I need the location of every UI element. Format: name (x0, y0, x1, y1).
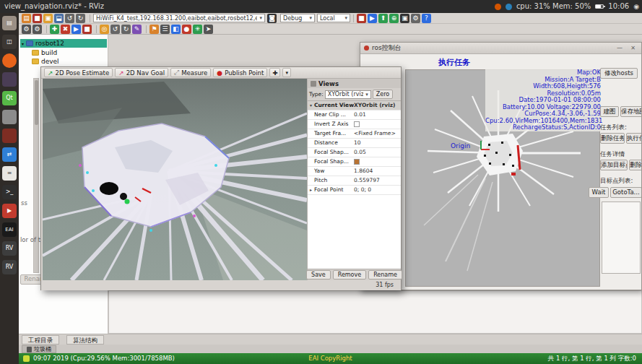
prop-row-near-clip[interactable]: Near Clip ... 0.01 (308, 110, 401, 120)
prop-value[interactable]: 0.559797 (354, 176, 401, 185)
edit-icon[interactable]: ✎ (132, 25, 142, 34)
redo-icon[interactable]: ↻ (76, 14, 85, 23)
undo-icon[interactable]: ↺ (65, 14, 74, 23)
dock-rviz2-icon[interactable]: RV (2, 260, 17, 274)
prop-row-focal-shape-fixed[interactable]: Focal Shap... (308, 157, 401, 167)
panel-icon[interactable]: ◧ (171, 25, 181, 34)
build-map-button[interactable]: 建图 (600, 106, 619, 117)
flag-icon[interactable]: ⚑ (149, 25, 159, 34)
list-icon[interactable]: ☰ (160, 25, 170, 34)
gear-icon[interactable]: ⚙ (411, 14, 420, 23)
modify-hosts-button[interactable]: 修改hosts (600, 68, 638, 79)
deploy-icon[interactable]: ⬆ (378, 14, 388, 23)
dock-sync-icon[interactable]: ⇄ (2, 147, 17, 162)
delete-task-button[interactable]: 删除任务 (600, 133, 625, 144)
prop-row-yaw[interactable]: Yaw 1.8604 (308, 167, 401, 176)
rename-view-button[interactable]: Rename (368, 270, 402, 280)
tree-item-build[interactable]: build (32, 48, 104, 57)
dock-editor-icon[interactable]: ≡ (2, 166, 17, 181)
execute-task-button[interactable]: 执行任务 (626, 133, 642, 144)
scrollbar[interactable] (33, 78, 39, 273)
console-title-bar[interactable]: ros控制台 — ✕ (360, 43, 641, 54)
prop-row-invert-z[interactable]: Invert Z Axis (308, 120, 401, 129)
zero-button[interactable]: Zero (373, 90, 393, 99)
save-map-button[interactable]: 保存地图 (620, 106, 642, 117)
open-folder-icon[interactable]: ▣ (43, 14, 53, 23)
stop2-icon[interactable]: ■ (82, 25, 92, 34)
connect-icon[interactable]: ⊕ (389, 14, 399, 23)
record-icon[interactable]: ● (182, 25, 191, 34)
run-icon[interactable]: ▶ (368, 14, 377, 23)
prop-value[interactable]: 1.8604 (354, 167, 401, 176)
settings-icon[interactable]: ⚙ (22, 25, 31, 34)
battery-icon[interactable] (595, 4, 604, 9)
stop-run-icon[interactable]: ■ (357, 14, 366, 23)
minimize-icon[interactable]: — (617, 45, 623, 51)
tab-project-directory[interactable]: 工程目录 (22, 335, 59, 344)
tree-item-devel[interactable]: devel (32, 57, 104, 66)
prop-value[interactable] (354, 120, 401, 129)
dock-terminal-icon[interactable]: >_ (2, 185, 17, 199)
target-icon[interactable]: ◎ (100, 25, 109, 34)
invert-z-checkbox[interactable] (354, 121, 360, 127)
wait-button[interactable]: Wait (589, 187, 609, 198)
prop-value[interactable]: 0.05 (354, 148, 401, 157)
network-icon[interactable] (506, 4, 512, 10)
help-icon[interactable]: ? (422, 14, 431, 23)
robot-icon[interactable]: ◙ (267, 14, 277, 23)
dock-media-icon[interactable]: ▶ (2, 204, 17, 218)
prop-row-focal-shape-size[interactable]: Focal Shap... 0.05 (308, 148, 401, 157)
prop-value[interactable]: 10 (354, 139, 401, 147)
collapsed-arrow-icon[interactable]: ▸ (308, 186, 314, 194)
tool-menu-button[interactable]: ▾ (282, 68, 291, 77)
add-target-button[interactable]: 添加目标点 (600, 160, 628, 170)
focal-shape-checkbox[interactable] (354, 159, 360, 165)
dock-app2-icon[interactable] (2, 72, 17, 87)
nav-goal-tool[interactable]: ↗ 2D Nav Goal (115, 68, 168, 77)
clock[interactable]: 10:06 (608, 0, 629, 13)
expand-arrow-icon[interactable]: ▾ (22, 41, 24, 46)
add-tool-button[interactable]: ✚ (269, 68, 280, 77)
measure-tool[interactable]: ⤢ Measure (170, 68, 211, 77)
notification-icon[interactable] (495, 4, 501, 10)
dock-app-icon[interactable]: ◫ (2, 35, 17, 49)
prop-value[interactable]: 0.01 (354, 110, 401, 119)
prop-value[interactable]: <Fixed Frame> (354, 129, 401, 138)
trash-tab[interactable]: 垃圾桶 (22, 345, 56, 353)
build-settings-icon[interactable]: ⚙ (32, 25, 42, 34)
local-combo[interactable]: Local ▾ (317, 14, 350, 22)
view-type-combo[interactable]: XYOrbit (rviz) ▾ (325, 90, 371, 99)
power-icon[interactable]: ◉ (633, 0, 639, 13)
forward-icon[interactable]: ➤ (204, 25, 213, 34)
star-icon[interactable]: ✳ (193, 25, 202, 34)
dock-app4-icon[interactable] (2, 129, 17, 143)
remove-icon[interactable]: ✖ (61, 25, 70, 34)
add-icon[interactable]: ✚ (50, 25, 59, 34)
save-icon[interactable]: ⬓ (54, 14, 64, 23)
redo2-icon[interactable]: ↻ (121, 25, 131, 34)
new-project-icon[interactable]: ▤ (22, 14, 31, 23)
dock-qtcreator-icon[interactable]: Qt (2, 91, 17, 105)
terminal-icon[interactable]: ▣ (400, 14, 409, 23)
pose-estimate-tool[interactable]: ↗ 2D Pose Estimate (44, 68, 113, 77)
prop-value[interactable]: 0; 0; 0 (354, 186, 401, 194)
views-panel-header[interactable]: Views (308, 79, 401, 88)
target-list-box[interactable] (602, 202, 641, 274)
stop-icon[interactable]: ■ (32, 14, 42, 23)
play-icon[interactable]: ▶ (71, 25, 81, 34)
prop-row-distance[interactable]: Distance 10 (308, 139, 401, 148)
dock-firefox-icon[interactable] (2, 53, 17, 68)
tab-algorithm-structure[interactable]: 算法结构 (66, 335, 104, 344)
prop-row-focal-point[interactable]: ▸ Focal Point 0; 0; 0 (308, 186, 401, 195)
prop-row-current-view[interactable]: ▾ Current View XYOrbit (rviz) (308, 101, 401, 110)
publish-point-tool[interactable]: ● Publish Point (213, 68, 267, 77)
dock-eai-icon[interactable]: EAI (2, 222, 17, 237)
scrollbar-thumb[interactable] (35, 80, 38, 125)
prop-row-pitch[interactable]: Pitch 0.559797 (308, 176, 401, 186)
connection-combo[interactable]: HiWiFi_K4_test,192.168.31.200,eaibot,eai… (93, 14, 265, 22)
expand-arrow-icon[interactable]: ▾ (308, 101, 314, 110)
remove-view-button[interactable]: Remove (333, 270, 366, 280)
tree-item-rosbot12[interactable]: ▾ rosbot12 (20, 39, 107, 48)
dock-app3-icon[interactable] (2, 110, 17, 124)
dock-files-icon[interactable]: ▤ (2, 16, 17, 30)
